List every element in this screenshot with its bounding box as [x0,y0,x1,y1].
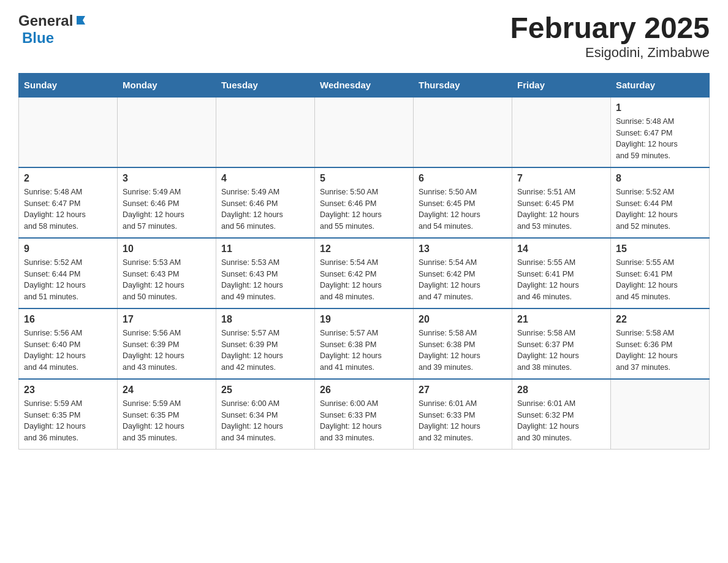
header-saturday: Saturday [611,73,710,97]
table-row [315,97,414,167]
day-number: 24 [123,385,211,396]
calendar-title: February 2025 [510,12,710,45]
day-number: 12 [320,243,408,255]
day-info: Sunrise: 5:53 AM Sunset: 6:43 PM Dayligh… [123,257,211,303]
day-info: Sunrise: 5:58 AM Sunset: 6:37 PM Dayligh… [517,327,605,373]
day-info: Sunrise: 5:50 AM Sunset: 6:45 PM Dayligh… [419,186,507,232]
day-number: 19 [320,314,408,325]
header-sunday: Sunday [19,73,118,97]
day-info: Sunrise: 5:56 AM Sunset: 6:40 PM Dayligh… [24,327,112,373]
table-row: 15Sunrise: 5:55 AM Sunset: 6:41 PM Dayli… [611,238,710,308]
day-info: Sunrise: 5:59 AM Sunset: 6:35 PM Dayligh… [123,398,211,444]
day-info: Sunrise: 6:01 AM Sunset: 6:33 PM Dayligh… [419,398,507,444]
header-tuesday: Tuesday [216,73,315,97]
table-row: 8Sunrise: 5:52 AM Sunset: 6:44 PM Daylig… [611,167,710,238]
table-row [611,379,710,450]
header-monday: Monday [118,73,216,97]
table-row: 10Sunrise: 5:53 AM Sunset: 6:43 PM Dayli… [118,238,216,308]
day-info: Sunrise: 5:52 AM Sunset: 6:44 PM Dayligh… [24,257,112,303]
day-number: 16 [24,314,112,325]
day-number: 7 [517,173,605,184]
header-row: SundayMondayTuesdayWednesdayThursdayFrid… [19,73,710,97]
header-friday: Friday [512,73,611,97]
table-row: 9Sunrise: 5:52 AM Sunset: 6:44 PM Daylig… [19,238,118,308]
day-number: 22 [616,314,704,325]
table-row: 22Sunrise: 5:58 AM Sunset: 6:36 PM Dayli… [611,308,710,379]
table-row: 19Sunrise: 5:57 AM Sunset: 6:38 PM Dayli… [315,308,414,379]
table-row [19,97,118,167]
table-row: 2Sunrise: 5:48 AM Sunset: 6:47 PM Daylig… [19,167,118,238]
table-row: 4Sunrise: 5:49 AM Sunset: 6:46 PM Daylig… [216,167,315,238]
day-info: Sunrise: 5:53 AM Sunset: 6:43 PM Dayligh… [221,257,309,303]
day-info: Sunrise: 5:50 AM Sunset: 6:46 PM Dayligh… [320,186,408,232]
day-number: 26 [320,385,408,396]
table-row: 17Sunrise: 5:56 AM Sunset: 6:39 PM Dayli… [118,308,216,379]
day-number: 2 [24,173,112,184]
day-info: Sunrise: 5:55 AM Sunset: 6:41 PM Dayligh… [517,257,605,303]
table-row: 20Sunrise: 5:58 AM Sunset: 6:38 PM Dayli… [414,308,512,379]
day-number: 8 [616,173,704,184]
day-number: 21 [517,314,605,325]
day-info: Sunrise: 5:57 AM Sunset: 6:39 PM Dayligh… [221,327,309,373]
table-row: 14Sunrise: 5:55 AM Sunset: 6:41 PM Dayli… [512,238,611,308]
logo: General Blue [18,12,88,47]
day-number: 14 [517,243,605,255]
page-header: General Blue February 2025 Esigodini, Zi… [18,12,710,61]
day-number: 25 [221,385,309,396]
table-row: 27Sunrise: 6:01 AM Sunset: 6:33 PM Dayli… [414,379,512,450]
day-info: Sunrise: 5:49 AM Sunset: 6:46 PM Dayligh… [221,186,309,232]
day-number: 11 [221,243,309,255]
day-info: Sunrise: 5:55 AM Sunset: 6:41 PM Dayligh… [616,257,704,303]
table-row: 13Sunrise: 5:54 AM Sunset: 6:42 PM Dayli… [414,238,512,308]
table-row: 11Sunrise: 5:53 AM Sunset: 6:43 PM Dayli… [216,238,315,308]
day-info: Sunrise: 5:56 AM Sunset: 6:39 PM Dayligh… [123,327,211,373]
table-row: 26Sunrise: 6:00 AM Sunset: 6:33 PM Dayli… [315,379,414,450]
table-row: 1Sunrise: 5:48 AM Sunset: 6:47 PM Daylig… [611,97,710,167]
logo-flag-icon [74,13,88,27]
day-number: 20 [419,314,507,325]
table-row: 25Sunrise: 6:00 AM Sunset: 6:34 PM Dayli… [216,379,315,450]
day-number: 18 [221,314,309,325]
day-info: Sunrise: 5:48 AM Sunset: 6:47 PM Dayligh… [616,116,704,162]
day-info: Sunrise: 5:52 AM Sunset: 6:44 PM Dayligh… [616,186,704,232]
week-row-1: 1Sunrise: 5:48 AM Sunset: 6:47 PM Daylig… [19,97,710,167]
table-row: 28Sunrise: 6:01 AM Sunset: 6:32 PM Dayli… [512,379,611,450]
table-row: 7Sunrise: 5:51 AM Sunset: 6:45 PM Daylig… [512,167,611,238]
calendar-header: SundayMondayTuesdayWednesdayThursdayFrid… [19,73,710,97]
table-row: 16Sunrise: 5:56 AM Sunset: 6:40 PM Dayli… [19,308,118,379]
day-number: 1 [616,102,704,113]
table-row: 12Sunrise: 5:54 AM Sunset: 6:42 PM Dayli… [315,238,414,308]
day-number: 15 [616,243,704,255]
day-info: Sunrise: 5:51 AM Sunset: 6:45 PM Dayligh… [517,186,605,232]
table-row: 18Sunrise: 5:57 AM Sunset: 6:39 PM Dayli… [216,308,315,379]
table-row [414,97,512,167]
day-info: Sunrise: 5:54 AM Sunset: 6:42 PM Dayligh… [419,257,507,303]
table-row: 21Sunrise: 5:58 AM Sunset: 6:37 PM Dayli… [512,308,611,379]
day-info: Sunrise: 5:48 AM Sunset: 6:47 PM Dayligh… [24,186,112,232]
day-number: 4 [221,173,309,184]
table-row: 24Sunrise: 5:59 AM Sunset: 6:35 PM Dayli… [118,379,216,450]
day-info: Sunrise: 5:57 AM Sunset: 6:38 PM Dayligh… [320,327,408,373]
calendar-table: SundayMondayTuesdayWednesdayThursdayFrid… [18,73,710,450]
logo-general-text: General [18,12,73,29]
table-row: 3Sunrise: 5:49 AM Sunset: 6:46 PM Daylig… [118,167,216,238]
day-info: Sunrise: 5:58 AM Sunset: 6:38 PM Dayligh… [419,327,507,373]
title-block: February 2025 Esigodini, Zimbabwe [510,12,710,61]
week-row-4: 16Sunrise: 5:56 AM Sunset: 6:40 PM Dayli… [19,308,710,379]
day-info: Sunrise: 6:00 AM Sunset: 6:33 PM Dayligh… [320,398,408,444]
day-info: Sunrise: 5:58 AM Sunset: 6:36 PM Dayligh… [616,327,704,373]
table-row [118,97,216,167]
day-number: 6 [419,173,507,184]
day-info: Sunrise: 5:59 AM Sunset: 6:35 PM Dayligh… [24,398,112,444]
table-row: 23Sunrise: 5:59 AM Sunset: 6:35 PM Dayli… [19,379,118,450]
header-thursday: Thursday [414,73,512,97]
day-number: 28 [517,385,605,396]
week-row-5: 23Sunrise: 5:59 AM Sunset: 6:35 PM Dayli… [19,379,710,450]
table-row [216,97,315,167]
day-info: Sunrise: 6:00 AM Sunset: 6:34 PM Dayligh… [221,398,309,444]
table-row: 5Sunrise: 5:50 AM Sunset: 6:46 PM Daylig… [315,167,414,238]
day-number: 9 [24,243,112,255]
day-info: Sunrise: 5:54 AM Sunset: 6:42 PM Dayligh… [320,257,408,303]
day-number: 23 [24,385,112,396]
calendar-body: 1Sunrise: 5:48 AM Sunset: 6:47 PM Daylig… [19,97,710,450]
